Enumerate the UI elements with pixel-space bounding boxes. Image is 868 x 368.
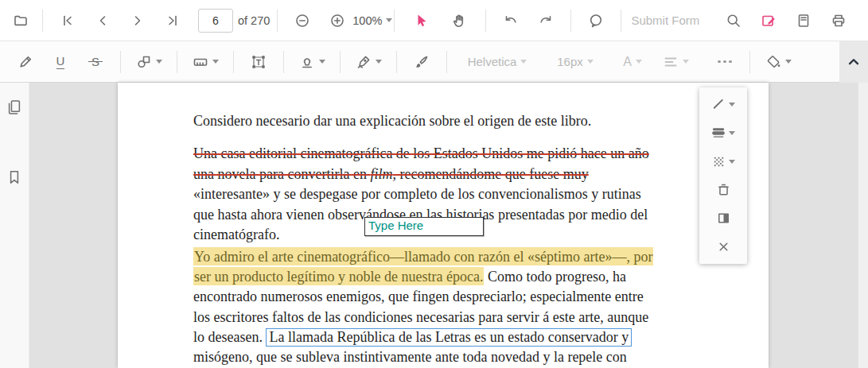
trash-icon <box>716 182 731 197</box>
page-number-input[interactable] <box>198 9 233 33</box>
free-text-icon <box>251 54 267 70</box>
undo-button[interactable] <box>493 6 528 35</box>
stamp-icon <box>299 54 315 70</box>
close-icon <box>716 239 731 254</box>
open-file-button[interactable] <box>6 6 35 35</box>
body-text: lo deseasen. <box>193 329 266 345</box>
close-panel-button[interactable] <box>714 238 733 256</box>
style-panel-button[interactable] <box>714 209 733 227</box>
shapes-tool-button[interactable] <box>128 48 169 76</box>
paragraph-line: «interesante» y se despegase por complet… <box>193 184 703 204</box>
chevron-down-icon <box>729 131 735 135</box>
zoom-level-select[interactable]: 100% <box>358 6 387 35</box>
font-family-select[interactable]: Helvetica <box>459 48 535 76</box>
zoom-level-value: 100% <box>352 14 382 27</box>
paragraph-line: Considero necesario dar una explicación … <box>193 111 703 131</box>
highlighter-icon <box>18 54 33 70</box>
download-button[interactable] <box>856 6 868 35</box>
text-align-button[interactable] <box>655 48 696 76</box>
line-thickness-button[interactable] <box>710 124 737 142</box>
measure-tool-button[interactable] <box>185 48 226 76</box>
underline-tool-button[interactable]: U <box>43 48 78 76</box>
notes-panel-button[interactable] <box>786 6 821 35</box>
divider <box>42 10 43 32</box>
highlight-tool-button[interactable] <box>8 48 43 76</box>
style-split-icon <box>716 211 731 226</box>
next-page-button[interactable] <box>120 6 155 35</box>
divider <box>749 51 750 73</box>
highlight-annotation[interactable]: ser un producto legítimo y noble de nues… <box>193 267 484 285</box>
divider <box>570 10 571 32</box>
edit-annotations-button[interactable] <box>751 6 786 35</box>
submit-form-button[interactable]: Submit Form <box>629 6 702 35</box>
signature-tool-button[interactable] <box>348 48 389 76</box>
paragraph-line: ser un producto legítimo y noble de nues… <box>193 267 703 287</box>
pdf-page: Considero necesario dar una explicación … <box>118 83 769 368</box>
font-size-select[interactable]: 16px <box>547 48 604 76</box>
last-page-button[interactable] <box>155 6 190 35</box>
text-color-button[interactable]: A <box>615 48 650 76</box>
stamp-tool-button[interactable] <box>291 48 333 76</box>
divider <box>277 10 278 32</box>
search-icon <box>726 13 741 29</box>
more-options-button[interactable] <box>707 48 742 76</box>
divider <box>621 10 621 32</box>
align-icon <box>663 54 679 70</box>
page-total-label: of 270 <box>238 14 270 27</box>
free-text-annotation[interactable]: Type Here <box>364 217 484 236</box>
brush-icon <box>414 54 430 70</box>
zoom-out-button[interactable] <box>285 6 320 35</box>
first-page-icon <box>60 13 76 29</box>
freehand-tool-button[interactable] <box>404 48 439 76</box>
strikeout-annotation[interactable]: Una casa editorial cinematográfica de lo… <box>193 145 649 161</box>
comment-bubble-icon <box>588 13 604 29</box>
strikeout-tool-button[interactable]: S <box>78 48 113 76</box>
bookmark-icon <box>6 169 23 186</box>
chevron-down-icon <box>683 60 689 64</box>
chevron-down-icon <box>319 60 325 64</box>
divider <box>340 51 341 73</box>
pdf-viewer-app: of 270 100% <box>0 0 868 368</box>
paragraph-line: misógeno, que se subleva instintivamente… <box>193 347 703 367</box>
search-button[interactable] <box>716 6 751 35</box>
rectangle-annotation[interactable]: La llamada República de las Letras es un… <box>266 328 632 347</box>
form-edit-icon <box>761 13 777 29</box>
hand-icon <box>451 13 467 29</box>
print-button[interactable] <box>821 6 856 35</box>
undo-icon <box>503 13 519 29</box>
paragraph-line: lo deseasen. La llamada República de las… <box>193 327 703 347</box>
zoom-in-button[interactable] <box>320 6 355 35</box>
last-page-icon <box>165 13 181 29</box>
line-style-button[interactable] <box>710 95 737 114</box>
chevron-down-icon <box>587 60 594 64</box>
left-panel-bar <box>0 83 29 368</box>
collapse-toolbar-button[interactable] <box>839 41 868 83</box>
line-style-icon <box>711 97 726 112</box>
previous-page-button[interactable] <box>85 6 120 35</box>
fill-color-icon <box>765 54 781 70</box>
fill-color-button[interactable] <box>757 48 799 76</box>
first-page-button[interactable] <box>50 6 85 35</box>
bookmarks-panel-button[interactable] <box>2 165 26 189</box>
chevron-right-icon <box>130 13 146 29</box>
cursor-icon <box>413 13 429 29</box>
delete-annotation-button[interactable] <box>714 180 733 199</box>
pan-tool-button[interactable] <box>440 6 478 35</box>
redo-button[interactable] <box>528 6 563 35</box>
opacity-icon <box>711 154 726 169</box>
font-size-value: 16px <box>557 55 583 68</box>
divider <box>446 51 447 73</box>
select-tool-button[interactable] <box>402 6 440 35</box>
chevron-down-icon <box>156 60 162 64</box>
highlight-annotation[interactable]: Yo admiro el arte cinematográfico—llamad… <box>193 247 653 265</box>
thumbnails-panel-button[interactable] <box>2 95 26 119</box>
body-text: Como todo progreso, ha <box>484 269 625 285</box>
free-text-tool-button[interactable] <box>241 48 276 76</box>
vertical-scrollbar[interactable] <box>858 83 868 368</box>
strikeout-annotation[interactable]: una novela para convertirla en film, rec… <box>193 166 589 182</box>
opacity-button[interactable] <box>710 153 737 171</box>
comment-button[interactable] <box>578 6 613 35</box>
redo-icon <box>538 13 554 29</box>
divider <box>485 10 486 32</box>
divider <box>396 51 397 73</box>
